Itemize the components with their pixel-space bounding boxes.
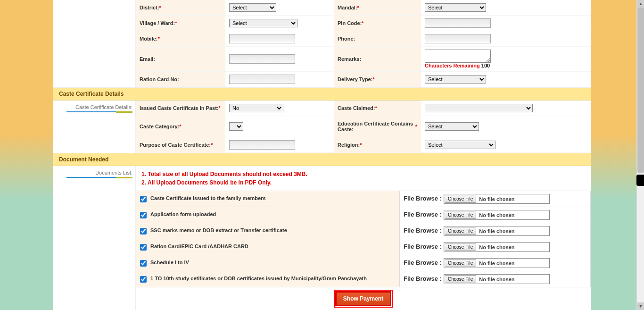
doc-row: SSC marks memo or DOB extract or Transfe…	[136, 223, 591, 239]
file-browse-label: File Browse :	[404, 243, 442, 250]
caste-category-label: Caste Category:*	[136, 116, 225, 137]
doc-checkbox[interactable]	[140, 196, 147, 202]
caste-category-select[interactable]	[229, 122, 243, 131]
side-indicator	[636, 175, 644, 186]
file-status: No file chosen	[479, 244, 514, 250]
pincode-input[interactable]	[425, 18, 491, 28]
caste-sidebar-label: Caste Certificate Details:	[53, 101, 136, 153]
doc-label: Schedule I to IV	[150, 260, 189, 265]
choose-file-button[interactable]: Choose File	[445, 227, 476, 235]
phone-input[interactable]	[425, 34, 491, 43]
doc-row: Caste Certificate issued to the family m…	[136, 191, 591, 207]
issued-past-label: Issued Caste Certificate In Past:*	[136, 101, 225, 116]
doc-section-header: Document Needed	[53, 153, 591, 166]
choose-file-button[interactable]: Choose File	[445, 259, 476, 267]
file-browse-label: File Browse :	[404, 227, 442, 234]
doc-label: Caste Certificate issued to the family m…	[150, 195, 266, 201]
delivery-label: Delivery Type:*	[334, 72, 421, 87]
file-status: No file chosen	[479, 228, 514, 234]
caste-claimed-label: Caste Claimed:*	[334, 101, 421, 116]
pincode-label: Pin Code:*	[334, 16, 421, 31]
caste-claimed-select[interactable]	[425, 104, 533, 112]
doc-label: Ration Card/EPIC Card /AADHAR CARD	[150, 243, 248, 249]
choose-file-button[interactable]: Choose File	[445, 195, 476, 203]
doc-row: Ration Card/EPIC Card /AADHAR CARDFile B…	[136, 239, 591, 255]
mobile-input[interactable]	[229, 34, 295, 43]
char-remaining: Characters Remaining 100	[425, 63, 490, 68]
ration-label: Ration Card No:	[136, 72, 225, 87]
doc-row: Application form uploadedFile Browse :Ch…	[136, 207, 591, 223]
doc-sidebar-label: Documents List:	[53, 166, 136, 310]
email-label: Email:	[136, 47, 225, 71]
file-browse-label: File Browse :	[404, 195, 442, 202]
mandal-select[interactable]: Select	[425, 3, 486, 12]
village-label: Village / Ward:*	[136, 16, 225, 31]
doc-label: Application form uploaded	[150, 211, 216, 217]
mandal-label: Mandal:*	[334, 0, 421, 15]
remarks-label: Remarks:	[334, 47, 421, 71]
phone-label: Phone:	[334, 31, 421, 46]
district-label: District:*	[136, 0, 225, 15]
mobile-label: Mobile:*	[136, 31, 225, 46]
file-status: No file chosen	[479, 260, 514, 266]
village-select[interactable]: Select	[229, 19, 297, 27]
doc-row: Schedule I to IVFile Browse :Choose File…	[136, 255, 591, 271]
doc-checkbox[interactable]	[140, 260, 147, 267]
religion-select[interactable]: Select	[425, 141, 495, 149]
file-input-wrapper[interactable]: Choose FileNo file chosen	[444, 274, 550, 284]
file-input-wrapper[interactable]: Choose FileNo file chosen	[444, 210, 550, 220]
file-input-wrapper[interactable]: Choose FileNo file chosen	[444, 226, 550, 236]
doc-row: 1 TO 10th study cetificates or DOB certi…	[136, 271, 591, 287]
file-browse-label: File Browse :	[404, 275, 442, 282]
education-cert-select[interactable]: Select	[425, 122, 479, 131]
file-status: No file chosen	[479, 196, 514, 202]
email-input[interactable]	[229, 54, 295, 64]
file-input-wrapper[interactable]: Choose FileNo file chosen	[444, 258, 550, 268]
doc-label: SSC marks memo or DOB extract or Transfe…	[150, 227, 287, 233]
remarks-textarea[interactable]	[425, 50, 491, 63]
scroll-down-arrow[interactable]: ▼	[637, 302, 644, 310]
show-payment-button[interactable]: Show Payment	[335, 291, 391, 306]
vertical-scrollbar[interactable]: ▲ ▼	[636, 0, 644, 310]
choose-file-button[interactable]: Choose File	[445, 211, 476, 219]
ration-input[interactable]	[229, 75, 295, 84]
religion-label: Religion:*	[334, 137, 421, 152]
education-cert-label: Education Certificate Contains Caste:*	[334, 116, 421, 137]
file-browse-label: File Browse :	[404, 211, 442, 218]
scrollbar-thumb[interactable]	[637, 8, 644, 173]
choose-file-button[interactable]: Choose File	[445, 275, 476, 283]
caste-section-header: Caste Certificate Details	[53, 88, 591, 101]
file-browse-label: File Browse :	[404, 259, 442, 266]
doc-label: 1 TO 10th study cetificates or DOB certi…	[150, 276, 367, 281]
district-select[interactable]: Select	[229, 3, 276, 12]
scroll-up-arrow[interactable]: ▲	[637, 0, 644, 8]
purpose-input[interactable]	[229, 140, 295, 150]
issued-past-select[interactable]: No	[229, 104, 283, 112]
file-input-wrapper[interactable]: Choose FileNo file chosen	[444, 194, 550, 204]
file-input-wrapper[interactable]: Choose FileNo file chosen	[444, 242, 550, 252]
doc-checkbox[interactable]	[140, 212, 147, 218]
delivery-select[interactable]: Select	[425, 75, 486, 84]
choose-file-button[interactable]: Choose File	[445, 243, 476, 251]
doc-checkbox[interactable]	[140, 276, 147, 283]
file-status: No file chosen	[479, 276, 514, 282]
doc-notes: 1. Total size of all Upload Documents sh…	[136, 166, 591, 191]
doc-checkbox[interactable]	[140, 228, 147, 235]
file-status: No file chosen	[479, 212, 514, 218]
purpose-label: Purpose of Caste Certificate:*	[136, 137, 225, 152]
doc-checkbox[interactable]	[140, 244, 147, 251]
